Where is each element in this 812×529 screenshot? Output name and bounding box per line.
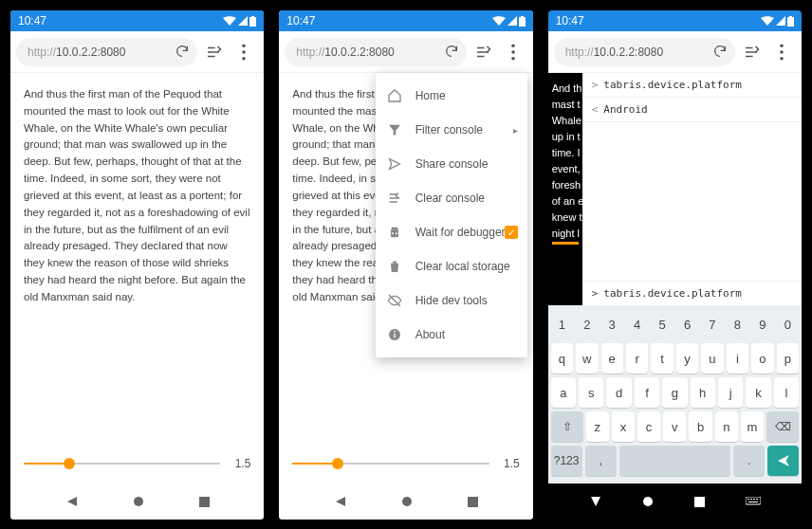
key-d[interactable]: d — [606, 377, 631, 408]
overflow-icon[interactable] — [499, 38, 527, 66]
line-height-slider[interactable] — [24, 457, 220, 470]
overflow-icon[interactable] — [230, 38, 258, 66]
key-j[interactable]: j — [718, 377, 743, 408]
key-t[interactable]: t — [651, 343, 673, 374]
key-shift[interactable]: ⇧ — [551, 411, 583, 442]
battery-icon — [249, 16, 256, 27]
reload-icon[interactable] — [175, 44, 190, 59]
keyboard-switch-icon[interactable] — [746, 497, 761, 507]
url-proto: http:// — [296, 46, 324, 59]
key-1[interactable]: 1 — [551, 309, 573, 339]
svg-point-12 — [402, 497, 412, 506]
key-s[interactable]: s — [579, 377, 603, 408]
menu-item-filter-console[interactable]: Filter console▸ — [376, 113, 527, 147]
key-space[interactable] — [619, 446, 731, 476]
key-g[interactable]: g — [662, 377, 687, 408]
key-send[interactable] — [767, 446, 799, 476]
console-input[interactable]: > tabris.device.platform — [582, 281, 802, 305]
recents-button[interactable] — [199, 497, 210, 507]
key-i[interactable]: i — [727, 343, 748, 374]
home-button[interactable] — [401, 496, 413, 507]
key-f[interactable]: f — [635, 377, 659, 408]
key-l[interactable]: l — [774, 377, 799, 408]
slider-value: 1.5 — [501, 457, 520, 470]
menu-item-wait-for-debugger[interactable]: Wait for debugger✓ — [376, 215, 527, 249]
home-button[interactable] — [642, 496, 654, 507]
key-v[interactable]: v — [663, 411, 686, 442]
home-button[interactable] — [133, 496, 144, 507]
key-9[interactable]: 9 — [751, 309, 773, 339]
reload-icon[interactable] — [712, 44, 728, 59]
key-e[interactable]: e — [601, 343, 623, 374]
signal-icon — [238, 16, 248, 26]
key-0[interactable]: 0 — [777, 309, 799, 339]
drawer-icon[interactable] — [199, 38, 228, 66]
key-c[interactable]: c — [637, 411, 660, 442]
wifi-icon — [761, 16, 774, 26]
svg-rect-32 — [756, 499, 758, 500]
key-backspace[interactable]: ⌫ — [766, 411, 799, 442]
menu-item-hide-dev-tools[interactable]: Hide dev tools — [376, 283, 527, 318]
key-h[interactable]: h — [691, 377, 715, 408]
status-icons — [223, 16, 256, 27]
key-a[interactable]: a — [551, 377, 576, 408]
chevron-right-icon: ▸ — [513, 125, 518, 136]
key-6[interactable]: 6 — [676, 309, 698, 339]
key-y[interactable]: y — [676, 343, 698, 374]
svg-point-5 — [134, 497, 143, 506]
key-8[interactable]: 8 — [727, 309, 748, 339]
key-x[interactable]: x — [612, 411, 635, 442]
drawer-icon[interactable] — [469, 38, 497, 66]
key-k[interactable]: k — [746, 377, 770, 408]
menu-item-clear-console[interactable]: Clear console — [376, 181, 527, 215]
key-r[interactable]: r — [626, 343, 648, 374]
key-m[interactable]: m — [741, 411, 764, 442]
recents-button[interactable] — [694, 497, 705, 507]
phone-screen-3: 10:47 http://10.0.2.2:8080 And thmast tW… — [548, 10, 802, 520]
menu-item-clear-local-storage[interactable]: Clear local storage — [376, 249, 527, 283]
svg-point-25 — [780, 56, 784, 60]
back-button[interactable] — [65, 495, 79, 508]
key-comma[interactable]: , — [585, 446, 617, 476]
menu-item-about[interactable]: About — [376, 318, 527, 352]
key-symbols[interactable]: ?123 — [551, 446, 582, 476]
slider-row: 1.5 — [279, 447, 532, 483]
address-bar: http://10.0.2.2:8080 — [548, 31, 802, 73]
line-height-slider[interactable] — [292, 457, 489, 470]
url-input[interactable]: http://10.0.2.2:8080 — [285, 38, 466, 66]
menu-item-share-console[interactable]: Share console — [376, 147, 527, 181]
key-w[interactable]: w — [576, 343, 598, 374]
reload-icon[interactable] — [444, 44, 459, 59]
overflow-icon[interactable] — [767, 38, 796, 66]
key-p[interactable]: p — [777, 343, 799, 374]
key-3[interactable]: 3 — [601, 309, 623, 339]
back-button[interactable] — [589, 495, 602, 508]
url-host: 10.0.2.2:8080 — [56, 46, 125, 59]
drawer-icon[interactable] — [737, 38, 766, 66]
key-o[interactable]: o — [751, 343, 773, 374]
svg-rect-0 — [249, 17, 256, 27]
menu-item-label: About — [415, 328, 445, 341]
url-input[interactable]: http://10.0.2.2:8080 — [16, 38, 197, 66]
key-7[interactable]: 7 — [701, 309, 723, 339]
key-u[interactable]: u — [701, 343, 723, 374]
status-icons — [492, 16, 526, 27]
key-dot[interactable]: . — [733, 446, 765, 476]
key-b[interactable]: b — [689, 411, 711, 442]
overflow-menu: HomeFilter console▸Share consoleClear co… — [376, 73, 527, 357]
key-q[interactable]: q — [551, 343, 573, 374]
key-5[interactable]: 5 — [651, 309, 673, 339]
svg-point-11 — [511, 56, 515, 60]
phone-screen-1: 10:47 http://10.0.2.2:8080 And thus t — [10, 10, 264, 520]
key-4[interactable]: 4 — [626, 309, 648, 339]
svg-rect-30 — [750, 499, 752, 500]
key-z[interactable]: z — [586, 411, 609, 442]
svg-point-24 — [780, 50, 784, 54]
svg-point-20 — [394, 331, 396, 333]
back-button[interactable] — [334, 495, 347, 508]
key-2[interactable]: 2 — [576, 309, 598, 339]
key-n[interactable]: n — [715, 411, 738, 442]
recents-button[interactable] — [468, 497, 478, 507]
url-input[interactable]: http://10.0.2.2:8080 — [554, 38, 735, 66]
menu-item-home[interactable]: Home — [376, 79, 527, 113]
